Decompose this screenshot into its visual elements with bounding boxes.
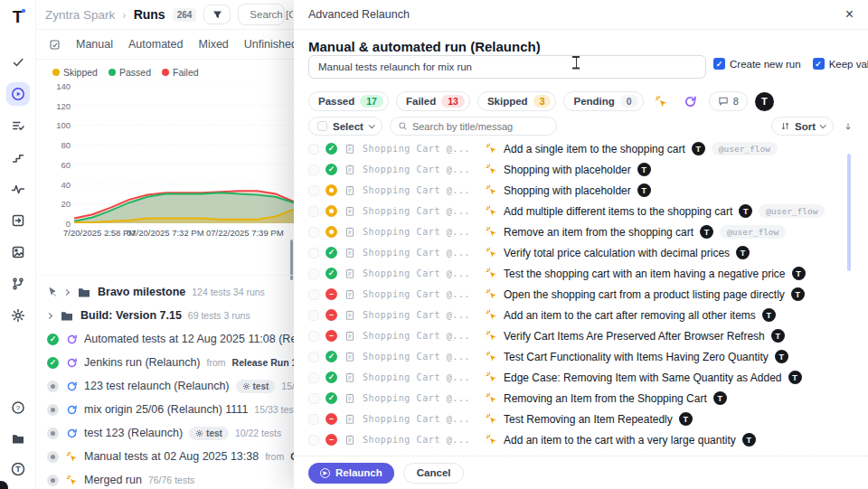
checkbox-checked-icon[interactable]: ✓ xyxy=(813,58,825,70)
run-group-row[interactable]: Bravo milestone124 tests 34 runs xyxy=(36,280,294,304)
checkbox-checked-icon[interactable]: ✓ xyxy=(713,58,725,70)
tab-automated[interactable]: Automated xyxy=(128,38,183,51)
run-group-row[interactable]: Build: Version 7.1569 tests 3 runs xyxy=(36,304,294,327)
test-checkbox[interactable] xyxy=(308,206,319,217)
close-icon[interactable]: × xyxy=(845,7,854,22)
run-row[interactable]: Merged run76/76 tests xyxy=(36,468,294,489)
test-title[interactable]: Removing an Item from the Shopping Cart xyxy=(504,392,707,405)
filter-chip-failed[interactable]: Failed13 xyxy=(396,91,470,111)
test-title[interactable]: Shopping with placeholder xyxy=(504,164,631,176)
checkbox-keep-values[interactable]: ✓Keep values? xyxy=(813,58,868,70)
tag-user-flow[interactable]: @user_flow xyxy=(720,225,786,239)
test-title[interactable]: Verify Cart Items Are Preserved After Br… xyxy=(504,330,765,343)
filter-chip-passed[interactable]: Passed17 xyxy=(308,91,389,111)
test-checkbox[interactable] xyxy=(308,268,319,279)
test-row[interactable]: –Shopping Cart @...Verify Cart Items Are… xyxy=(294,325,854,346)
test-title[interactable]: Test Removing an Item Repeatedly xyxy=(504,413,673,426)
sidebar-item-help[interactable]: ? xyxy=(7,397,29,418)
sort-direction-button[interactable] xyxy=(843,121,854,132)
test-checkbox[interactable] xyxy=(308,289,319,300)
test-row[interactable]: ✓Shopping Cart @...Test Cart Functionali… xyxy=(294,346,854,367)
assignee-avatar[interactable]: T xyxy=(755,92,774,111)
tab-unfinished[interactable]: Unfinished xyxy=(244,38,297,51)
test-checkbox[interactable] xyxy=(308,310,319,321)
test-title[interactable]: Add an item to the cart after removing a… xyxy=(504,309,756,322)
test-checkbox[interactable] xyxy=(308,372,319,383)
tests-scrollbar[interactable] xyxy=(847,154,851,271)
runs-search[interactable]: × xyxy=(238,4,285,25)
test-checkbox[interactable] xyxy=(308,331,319,342)
test-checkbox[interactable] xyxy=(308,248,319,259)
tag-user-flow[interactable]: @user_flow xyxy=(759,204,825,218)
sidebar-item-imports[interactable] xyxy=(6,209,30,232)
tests-search-input[interactable] xyxy=(412,121,549,132)
sort-dropdown[interactable]: Sort xyxy=(771,117,834,136)
test-title[interactable]: Add a single item to the shopping cart xyxy=(504,143,685,155)
test-row[interactable]: ✓Shopping Cart @...Add a single item to … xyxy=(294,138,854,159)
automated-filter-button[interactable] xyxy=(680,91,702,111)
chevron-right-icon[interactable] xyxy=(46,312,52,318)
sidebar-item-analytics[interactable] xyxy=(6,177,30,201)
test-title[interactable]: Verify total price calculation with deci… xyxy=(504,247,730,259)
test-row[interactable]: Shopping Cart @...Remove an item from th… xyxy=(294,221,854,242)
test-title[interactable]: Add multiple different items to the shop… xyxy=(504,205,732,218)
test-checkbox[interactable] xyxy=(308,185,319,196)
run-row[interactable]: test 123 (Relaunch)test10/22 tests xyxy=(36,421,294,445)
comments-button[interactable]: 8 xyxy=(709,91,748,111)
test-row[interactable]: ✓Shopping Cart @...Removing an Item from… xyxy=(294,388,854,409)
sidebar-item-milestones[interactable] xyxy=(6,146,30,169)
test-row[interactable]: ✓Shopping Cart @...Verify total price ca… xyxy=(294,242,854,263)
sidebar-item-projects[interactable] xyxy=(7,428,29,449)
test-title[interactable]: Add an item to the cart with a very larg… xyxy=(504,434,736,447)
test-row[interactable]: –Shopping Cart @...Open the shopping car… xyxy=(294,284,854,305)
test-row[interactable]: ✓Shopping Cart @...Shopping with placeho… xyxy=(294,159,854,180)
app-logo[interactable]: T xyxy=(13,7,24,27)
test-title[interactable]: Test the shopping cart with an item havi… xyxy=(504,268,786,280)
test-row[interactable]: ✓Shopping Cart @...Edge Case: Removing I… xyxy=(294,367,854,388)
test-title[interactable]: Remove an item from the shopping cart xyxy=(504,226,693,239)
test-row[interactable]: Shopping Cart @...Shopping with placehol… xyxy=(294,180,854,201)
run-row[interactable]: 123 test relaunch (Relaunch)test15/23 te… xyxy=(36,374,294,398)
tab-mixed[interactable]: Mixed xyxy=(198,38,228,51)
cancel-button[interactable]: Cancel xyxy=(403,463,465,484)
tests-search[interactable] xyxy=(390,117,557,136)
test-row[interactable]: Shopping Cart @...Add multiple different… xyxy=(294,201,854,221)
test-checkbox[interactable] xyxy=(308,393,319,404)
sidebar-item-runs[interactable] xyxy=(6,82,30,106)
test-checkbox[interactable] xyxy=(308,352,319,362)
run-row[interactable]: ✓Automated tests at 12 Aug 2025 11:08 (R… xyxy=(36,327,294,351)
chevron-right-icon[interactable] xyxy=(63,288,70,295)
select-dropdown[interactable]: Select xyxy=(308,117,382,136)
test-checkbox[interactable] xyxy=(308,227,319,238)
checkbox-create-new-run[interactable]: ✓Create new run xyxy=(713,58,801,70)
sidebar-item-settings[interactable] xyxy=(6,304,30,327)
test-checkbox[interactable] xyxy=(308,414,319,425)
run-row[interactable]: mix origin 25/06 (Relaunch) 111115/33 te… xyxy=(36,398,294,421)
manual-filter-button[interactable] xyxy=(651,91,673,111)
test-checkbox[interactable] xyxy=(308,165,319,175)
sidebar-item-plans[interactable] xyxy=(6,114,30,137)
runs-search-input[interactable] xyxy=(250,9,293,20)
test-row[interactable]: –Shopping Cart @...Add an item to the ca… xyxy=(294,429,854,450)
test-title[interactable]: Open the shopping cart from a product li… xyxy=(504,288,785,301)
tab-manual[interactable]: Manual xyxy=(76,38,113,51)
test-row[interactable]: –Shopping Cart @...Test Removing an Item… xyxy=(294,409,854,429)
run-row[interactable]: ✓Jenkins run (Relaunch)fromRelease Run 1… xyxy=(36,351,294,374)
filter-chip-pending[interactable]: Pending0 xyxy=(563,91,643,111)
test-title[interactable]: Shopping with placeholder xyxy=(504,184,631,197)
breadcrumb-page[interactable]: Runs xyxy=(134,7,165,22)
runs-summary-icon[interactable] xyxy=(49,39,61,51)
sidebar-item-profile[interactable]: T xyxy=(7,458,29,480)
filter-button[interactable] xyxy=(203,5,231,24)
sidebar-item-reports[interactable] xyxy=(6,240,30,264)
filter-chip-skipped[interactable]: Skipped3 xyxy=(477,91,557,111)
run-row[interactable]: Manual tests at 02 Aug 2025 13:38fromCus… xyxy=(36,445,294,468)
test-row[interactable]: –Shopping Cart @...Add an item to the ca… xyxy=(294,305,854,325)
relaunch-button[interactable]: ▶ Relaunch xyxy=(308,463,394,484)
tag-user-flow[interactable]: @user_flow xyxy=(712,142,778,155)
test-checkbox[interactable] xyxy=(308,435,319,446)
sidebar-item-tests[interactable] xyxy=(6,51,30,74)
breadcrumb-project[interactable]: Zyntra Spark xyxy=(45,8,115,22)
sidebar-item-branches[interactable] xyxy=(6,272,30,296)
test-checkbox[interactable] xyxy=(308,144,319,155)
